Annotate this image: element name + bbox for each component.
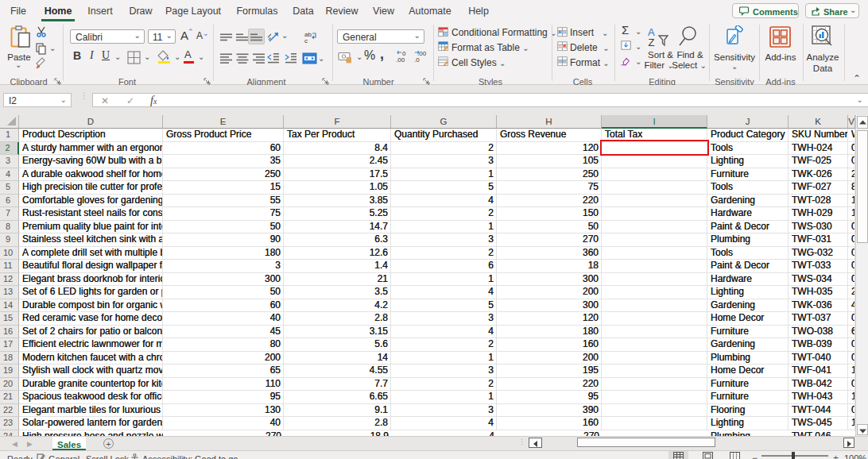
svg-text:.0: .0	[414, 56, 420, 63]
svg-text:c: c	[304, 37, 308, 43]
svg-text:.00: .00	[396, 56, 405, 63]
svg-text:Z: Z	[649, 37, 655, 48]
